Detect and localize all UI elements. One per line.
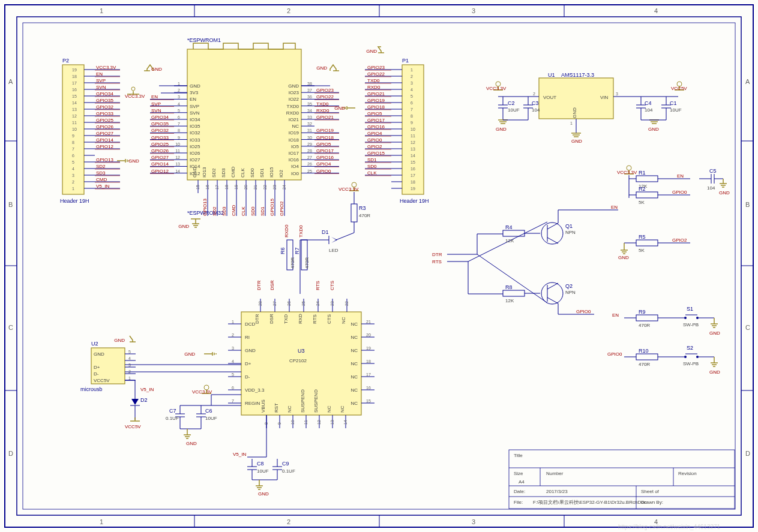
svg-text:GPIO0: GPIO0 (607, 351, 622, 357)
svg-text:GPIO25: GPIO25 (96, 118, 113, 123)
svg-text:26: 26 (287, 301, 291, 306)
svg-text:29: 29 (307, 142, 312, 146)
svg-text:VCC3.3V: VCC3.3V (96, 65, 116, 70)
svg-line-503 (477, 254, 547, 303)
svg-text:VDD_3.3: VDD_3.3 (245, 387, 265, 393)
svg-text:GPIO12: GPIO12 (96, 144, 113, 149)
svg-text:NC: NC (350, 348, 358, 353)
svg-text:C6: C6 (205, 408, 212, 414)
svg-point-537 (684, 317, 687, 319)
svg-text:DSR: DSR (269, 280, 275, 290)
svg-text:C7: C7 (169, 408, 176, 414)
svg-point-551 (696, 356, 699, 358)
svg-text:34: 34 (307, 109, 312, 113)
svg-text:GND: GND (316, 65, 327, 71)
svg-text:SD1: SD1 (260, 206, 265, 216)
svg-text:10UF: 10UF (670, 107, 682, 113)
svg-text:SD2: SD2 (212, 206, 217, 216)
svg-text:GND: GND (618, 255, 629, 260)
svg-text:21: 21 (366, 320, 371, 324)
svg-text:14: 14 (72, 101, 77, 105)
svg-text:16: 16 (72, 88, 77, 92)
svg-text:10UF: 10UF (508, 107, 520, 113)
svg-text:3: 3 (232, 346, 234, 350)
svg-text:C4: C4 (645, 100, 652, 106)
svg-text:23: 23 (272, 185, 277, 190)
esp-module: *ESPWROM1 *ESPWROM32 GND13V32EN3ENSVP4SV… (125, 37, 339, 229)
svg-text:24: 24 (316, 301, 320, 306)
c5: C5104 GND (699, 168, 730, 196)
svg-text:SW-PB: SW-PB (683, 322, 699, 327)
svg-text:NC: NC (292, 124, 299, 129)
s2-row: GPIO0 R10470R S2SW-PB GND (607, 345, 720, 375)
zone-side-A: A (8, 78, 13, 85)
svg-text:R9: R9 (639, 309, 646, 315)
svg-text:DSR: DSR (269, 314, 274, 324)
svg-text:GPIO0: GPIO0 (367, 137, 382, 143)
svg-text:IO4: IO4 (291, 164, 299, 169)
svg-text:2: 2 (287, 518, 290, 525)
svg-text:CTS: CTS (326, 314, 332, 324)
svg-text:15: 15 (411, 160, 415, 164)
svg-line-564 (336, 233, 354, 240)
svg-text:7: 7 (411, 107, 413, 112)
svg-text:NC: NC (350, 374, 358, 380)
svg-text:IO26: IO26 (190, 151, 200, 156)
u3-cp2102: U3 CP2102 DCD1RI2GND3D+4D-5VDD_3.36REGIN… (166, 224, 374, 497)
svg-text:16: 16 (205, 185, 209, 190)
svg-text:GND: GND (719, 190, 730, 196)
q2: R812K Q2NPN GPIO0 (503, 282, 594, 314)
svg-text:25: 25 (301, 301, 305, 306)
svg-text:RXD0: RXD0 (316, 108, 329, 113)
svg-text:GPIO4: GPIO4 (367, 131, 382, 136)
svg-text:SVN: SVN (151, 108, 161, 113)
svg-text:21: 21 (253, 185, 257, 190)
svg-text:IO23: IO23 (289, 90, 299, 95)
svg-text:2: 2 (178, 88, 180, 92)
c1: C110UF (661, 97, 682, 120)
svg-text:7: 7 (178, 122, 180, 126)
svg-text:RXD0: RXD0 (367, 85, 381, 90)
svg-text:GPIO17: GPIO17 (316, 148, 334, 154)
svg-text:C5: C5 (709, 168, 717, 174)
svg-text:NC: NC (350, 401, 358, 406)
svg-text:27: 27 (272, 301, 277, 306)
svg-text:microusb: microusb (80, 386, 103, 392)
svg-text:GPIO34: GPIO34 (96, 91, 113, 97)
svg-text:D+: D+ (94, 365, 100, 370)
svg-point-522 (541, 282, 563, 304)
svg-text:GND: GND (366, 49, 377, 54)
svg-text:VCC5V: VCC5V (671, 86, 687, 91)
svg-text:18: 18 (72, 74, 77, 79)
svg-text:D-: D- (94, 371, 99, 377)
svg-text:C8: C8 (257, 461, 264, 467)
svg-text:D1: D1 (322, 229, 329, 235)
svg-text:17: 17 (215, 185, 219, 190)
svg-point-538 (696, 317, 699, 319)
svg-text:GPIO5: GPIO5 (316, 142, 331, 147)
svg-text:VCC3.3V: VCC3.3V (125, 94, 145, 99)
buttons: EN R9470R S1SW-PB GND GPIO0 R10470R S2SW… (607, 306, 720, 375)
svg-text:17: 17 (72, 81, 77, 85)
svg-text:10: 10 (411, 127, 415, 131)
svg-text:2: 2 (411, 74, 413, 79)
svg-text:18: 18 (366, 359, 371, 363)
svg-text:9: 9 (72, 134, 74, 138)
svg-text:Q2: Q2 (565, 283, 573, 289)
svg-point-236 (131, 87, 135, 91)
svg-text:5: 5 (232, 372, 234, 377)
svg-text:13: 13 (411, 147, 415, 151)
svg-text:SVP: SVP (190, 104, 199, 109)
svg-text:R3: R3 (359, 205, 366, 211)
svg-text:RI: RI (245, 335, 250, 340)
svg-point-509 (541, 223, 563, 244)
svg-text:36: 36 (307, 95, 312, 99)
svg-text:GND: GND (151, 67, 162, 72)
regulator-u1: U1 AMS1117-3.3 VOUT VIN GND 2 3 1 VCC3.3… (486, 72, 687, 144)
svg-text:EN: EN (190, 97, 196, 102)
svg-text:D: D (745, 450, 750, 457)
r5-block: R55K GPIO2 GND (618, 234, 690, 260)
svg-text:NC: NC (326, 405, 332, 413)
svg-text:EN: EN (677, 173, 684, 179)
svg-text:LED: LED (329, 248, 338, 253)
